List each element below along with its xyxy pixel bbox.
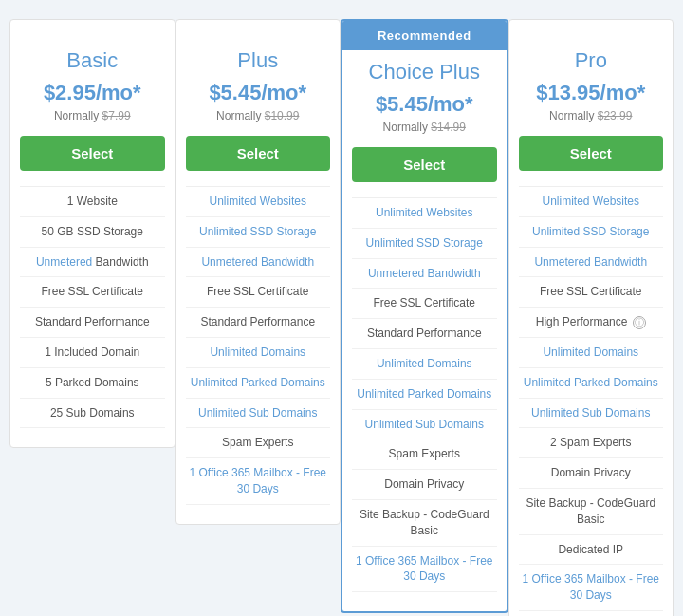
plan-name: Basic — [20, 48, 165, 73]
plan-price: $2.95/mo* — [20, 81, 165, 105]
plan-card-basic: Basic$2.95/mo*Normally $7.99Select1 Webs… — [9, 19, 175, 448]
feature-item: Unlimited SSD Storage — [186, 217, 331, 248]
plan-normal-price: Normally $10.99 — [186, 109, 331, 122]
feature-list: 1 Website50 GB SSD StorageUnmetered Band… — [20, 186, 165, 428]
feature-item: Dedicated IP — [519, 535, 664, 566]
select-button[interactable]: Select — [186, 136, 331, 171]
feature-list: Unlimited WebsitesUnlimited SSD StorageU… — [519, 186, 664, 611]
feature-item: Unlimited Domains — [519, 338, 664, 368]
feature-item: Free SSL Certificate — [20, 277, 165, 308]
plan-price: $5.45/mo* — [186, 81, 331, 105]
feature-item: Site Backup - CodeGuard Basic — [519, 489, 664, 535]
feature-item: Unlimited Sub Domains — [352, 410, 497, 440]
plan-card-plus: Plus$5.45/mo*Normally $10.99SelectUnlimi… — [175, 19, 342, 525]
feature-item: 1 Included Domain — [20, 338, 165, 368]
feature-list: Unlimited WebsitesUnlimited SSD StorageU… — [186, 186, 331, 505]
feature-item: Unlimited Sub Domains — [186, 399, 331, 429]
feature-item: Free SSL Certificate — [352, 289, 497, 319]
plan-normal-price: Normally $23.99 — [519, 109, 664, 122]
plan-normal-price: Normally $14.99 — [352, 121, 497, 134]
feature-item: 1 Office 365 Mailbox - Free 30 Days — [519, 565, 664, 611]
recommended-badge: Recommended — [342, 21, 507, 50]
feature-item: 1 Website — [20, 187, 165, 217]
feature-item: 25 Sub Domains — [20, 399, 165, 429]
feature-list: Unlimited WebsitesUnlimited SSD StorageU… — [352, 197, 497, 592]
plan-normal-price: Normally $7.99 — [20, 109, 165, 122]
feature-item: Unlimited Domains — [186, 338, 331, 368]
plan-name: Choice Plus — [352, 60, 497, 84]
feature-item: 2 Spam Experts — [519, 428, 664, 458]
feature-item: High Performance ⓘ — [519, 308, 664, 338]
feature-item: Unlimited Websites — [352, 198, 497, 229]
feature-item: Spam Experts — [352, 439, 497, 470]
plan-price: $13.95/mo* — [519, 81, 664, 105]
feature-item: Standard Performance — [352, 319, 497, 349]
feature-item: Unlimited Websites — [519, 187, 664, 217]
feature-item: Unlimited Parked Domains — [352, 380, 497, 410]
feature-item: 1 Office 365 Mailbox - Free 30 Days — [352, 547, 497, 593]
plan-card-pro: Pro$13.95/mo*Normally $23.99SelectUnlimi… — [508, 19, 674, 616]
select-button[interactable]: Select — [519, 136, 664, 171]
feature-item: Unlimited Websites — [186, 187, 331, 217]
feature-item: Unlimited Parked Domains — [186, 368, 331, 399]
plan-card-choice-plus: RecommendedChoice Plus$5.45/mo*Normally … — [341, 19, 508, 613]
feature-item: Free SSL Certificate — [519, 277, 664, 308]
feature-item: Unmetered Bandwidth — [20, 248, 165, 278]
feature-item: Unmetered Bandwidth — [519, 248, 664, 278]
plan-name: Pro — [519, 48, 664, 73]
info-icon: ⓘ — [633, 316, 646, 329]
feature-item: Domain Privacy — [352, 470, 497, 500]
feature-item: Domain Privacy — [519, 458, 664, 489]
plan-price: $5.45/mo* — [352, 92, 497, 117]
feature-item: Free SSL Certificate — [186, 277, 331, 308]
feature-item: Unmetered Bandwidth — [352, 259, 497, 289]
feature-item: Unlimited SSD Storage — [519, 217, 664, 248]
feature-item: Unlimited Parked Domains — [519, 368, 664, 399]
feature-item: 50 GB SSD Storage — [20, 217, 165, 248]
plan-name: Plus — [186, 48, 331, 73]
feature-item: Unmetered Bandwidth — [186, 248, 331, 278]
plans-container: Basic$2.95/mo*Normally $7.99Select1 Webs… — [9, 19, 674, 616]
feature-item: Unlimited Domains — [352, 349, 497, 380]
select-button[interactable]: Select — [352, 147, 497, 182]
feature-item: 1 Office 365 Mailbox - Free 30 Days — [186, 458, 331, 505]
feature-item: 5 Parked Domains — [20, 368, 165, 399]
feature-item: Unlimited SSD Storage — [352, 229, 497, 259]
feature-item: Site Backup - CodeGuard Basic — [352, 500, 497, 547]
feature-item: Unlimited Sub Domains — [519, 399, 664, 429]
feature-item: Standard Performance — [186, 308, 331, 338]
select-button[interactable]: Select — [20, 136, 165, 171]
feature-item: Standard Performance — [20, 308, 165, 338]
feature-item: Spam Experts — [186, 428, 331, 458]
